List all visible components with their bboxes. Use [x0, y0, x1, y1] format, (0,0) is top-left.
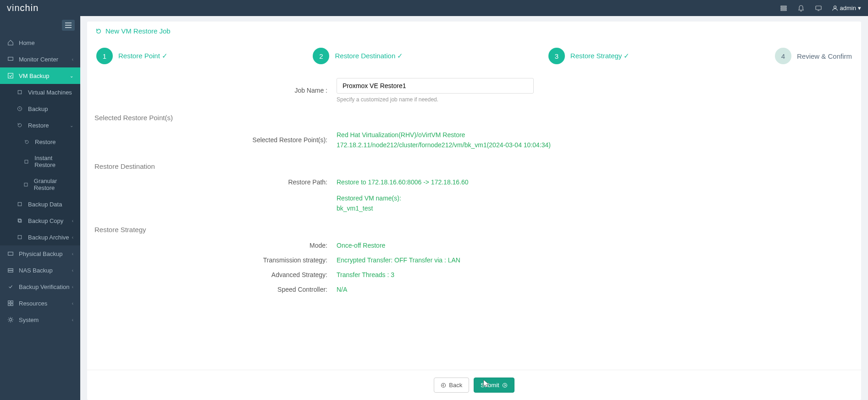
nav-monitor[interactable]: Monitor Center ‹ [0, 51, 80, 67]
nav-system[interactable]: System ‹ [0, 311, 80, 328]
nav-vm-backup[interactable]: VM Backup ⌄ [0, 67, 80, 84]
nav-label: Monitor Center [19, 56, 58, 63]
back-label: Back [449, 382, 462, 389]
svg-rect-7 [18, 90, 22, 94]
nav-label: Backup Verification [19, 283, 70, 290]
nav-backup[interactable]: Backup [0, 100, 80, 117]
nav-home[interactable]: Home [0, 34, 80, 51]
sidebar: Home Monitor Center ‹ VM Backup ⌄ Virtua… [0, 16, 80, 400]
svg-rect-12 [18, 219, 21, 222]
restored-names-label: Restored VM name(s): [337, 193, 401, 203]
step-label-text: Restore Destination [335, 52, 395, 60]
restore-point-line2: 172.18.2.11/node212/cluster/fornode212/v… [337, 140, 551, 150]
copy-icon [16, 217, 23, 224]
list-icon[interactable] [780, 4, 788, 12]
instant-icon [23, 158, 30, 165]
verify-icon [7, 283, 14, 290]
nav-restore[interactable]: Restore ⌄ [0, 117, 80, 133]
chevron-icon: ‹ [72, 301, 73, 306]
advanced-label: Advanced Strategy: [89, 271, 337, 278]
step-review-confirm[interactable]: 4 Review & Confirm [775, 48, 852, 64]
brand-logo: vinchin [7, 3, 39, 13]
nav-resources[interactable]: Resources ‹ [0, 295, 80, 311]
hamburger-icon [65, 22, 72, 28]
step-label-text: Review & Confirm [797, 52, 852, 60]
nav-backup-archive[interactable]: Backup Archive ‹ [0, 229, 80, 245]
nav-backup-verification[interactable]: Backup Verification ‹ [0, 278, 80, 295]
bell-icon[interactable] [797, 4, 805, 12]
svg-rect-10 [24, 183, 28, 186]
svg-rect-13 [19, 220, 22, 222]
section-strategy: Restore Strategy [89, 221, 859, 238]
svg-rect-15 [8, 252, 13, 256]
nav-label: Backup Copy [28, 217, 63, 224]
svg-rect-19 [11, 301, 13, 303]
transmission-value: Encrypted Transfer: OFF Transfer via : L… [337, 256, 460, 264]
nav-label: NAS Backup [19, 267, 53, 274]
nav-virtual-machines[interactable]: Virtual Machines [0, 84, 80, 100]
svg-rect-3 [816, 6, 821, 10]
svg-rect-11 [18, 202, 22, 206]
monitor-icon [7, 56, 14, 63]
step-restore-strategy[interactable]: 3 Restore Strategy✓ [548, 48, 630, 64]
svg-rect-14 [18, 235, 22, 239]
nav-nas-backup[interactable]: NAS Backup ‹ [0, 262, 80, 278]
page-title: New VM Restore Job [87, 22, 861, 40]
restore-point-line1: Red Hat Virtualization(RHV)/oVirtVM Rest… [337, 130, 551, 140]
nas-icon [7, 267, 14, 274]
home-icon [7, 39, 14, 46]
svg-rect-6 [8, 73, 13, 78]
chevron-icon: ‹ [72, 235, 73, 240]
speed-value: N/A [337, 286, 347, 293]
nav-physical-backup[interactable]: Physical Backup ‹ [0, 245, 80, 262]
step-restore-point[interactable]: 1 Restore Point✓ [96, 48, 168, 64]
speed-label: Speed Controller: [89, 286, 337, 293]
step-number: 1 [96, 48, 113, 64]
nav-label: System [19, 317, 39, 323]
restore-point-label: Selected Restore Point(s): [89, 136, 337, 144]
nav-backup-copy[interactable]: Backup Copy ‹ [0, 212, 80, 229]
nav-instant-restore[interactable]: Instant Restore [0, 150, 80, 173]
back-button[interactable]: Back [434, 378, 469, 393]
main-panel: New VM Restore Job 1 Restore Point✓ 2 Re… [87, 22, 861, 400]
nav-backup-data[interactable]: Backup Data [0, 196, 80, 212]
monitor-icon[interactable] [814, 4, 823, 12]
svg-rect-5 [8, 57, 13, 61]
svg-point-22 [9, 318, 11, 321]
svg-point-24 [503, 383, 507, 387]
sidebar-toggle[interactable] [62, 20, 75, 31]
chevron-icon: ‹ [72, 268, 73, 273]
check-icon: ✓ [162, 52, 168, 60]
step-indicator: 1 Restore Point✓ 2 Restore Destination✓ … [87, 40, 861, 75]
nav-granular-restore[interactable]: Granular Restore [0, 173, 80, 196]
chevron-icon: ‹ [72, 284, 73, 289]
job-name-label: Job Name : [89, 87, 337, 94]
nav-restore-sub[interactable]: Restore [0, 133, 80, 150]
submit-label: Submit [481, 382, 499, 389]
user-label: admin [840, 5, 856, 11]
advanced-value: Transfer Threads : 3 [337, 271, 394, 278]
step-number: 3 [548, 48, 565, 64]
section-restore-point: Selected Restore Point(s) [89, 109, 859, 126]
mode-label: Mode: [89, 242, 337, 249]
step-restore-destination[interactable]: 2 Restore Destination✓ [313, 48, 403, 64]
footer-buttons: Back Submit [87, 370, 861, 400]
vm-icon [16, 89, 23, 96]
nav-label: Virtual Machines [28, 89, 72, 96]
chevron-down-icon: ▾ [858, 5, 861, 11]
svg-point-4 [834, 6, 836, 8]
clock-icon [16, 105, 23, 112]
arrow-right-icon [502, 383, 508, 388]
backup-icon [7, 72, 14, 79]
section-destination: Restore Destination [89, 158, 859, 175]
step-label-text: Restore Strategy [570, 52, 622, 60]
user-menu[interactable]: admin ▾ [832, 5, 861, 11]
svg-rect-18 [8, 301, 10, 303]
restore-path-value: Restore to 172.18.16.60:8006 -> 172.18.1… [337, 178, 469, 186]
svg-rect-16 [8, 269, 13, 271]
svg-rect-17 [8, 271, 13, 272]
job-name-input[interactable] [337, 78, 534, 94]
mode-value: Once-off Restore [337, 242, 385, 249]
refresh-icon [95, 28, 102, 34]
submit-button[interactable]: Submit [474, 378, 514, 393]
